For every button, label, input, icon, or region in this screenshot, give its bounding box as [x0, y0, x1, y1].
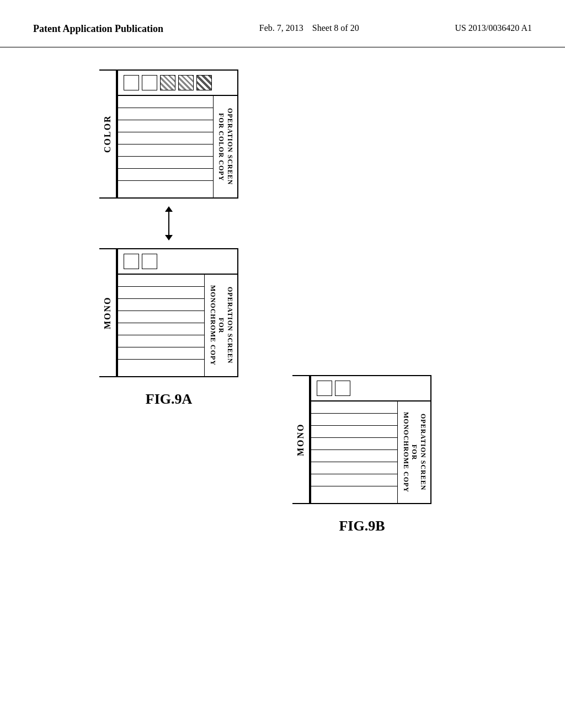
color-caption: OPERATION SCREENFOR COLOR COPY — [214, 96, 237, 197]
mono-left-screen: OPERATION SCREENFORMONOCHROME COPY — [117, 248, 238, 377]
mono-r-sq-1 — [317, 381, 332, 396]
row-4 — [118, 132, 213, 144]
mono-r-row-4 — [311, 438, 397, 450]
row-3 — [118, 120, 213, 132]
mono-left-caption: OPERATION SCREENFORMONOCHROME COPY — [205, 275, 237, 376]
row-2 — [118, 108, 213, 120]
mono-row-6 — [118, 335, 204, 347]
color-screen: OPERATION SCREENFOR COLOR COPY — [117, 69, 238, 199]
header-patent-number: US 2013/0036420 A1 — [455, 22, 532, 34]
mono-row-1 — [118, 275, 204, 287]
mono-sq-2 — [142, 254, 157, 269]
mono-row-5 — [118, 323, 204, 335]
mono-row-2 — [118, 287, 204, 299]
mono-r-row-2 — [311, 414, 397, 426]
mono-screen-left-diagram: MONO — [99, 248, 238, 377]
row-5 — [118, 144, 213, 157]
color-top-panel — [118, 71, 237, 96]
square-1 — [124, 75, 139, 90]
square-3-hatched — [160, 75, 175, 90]
mono-right-rows-area — [311, 402, 398, 503]
mono-right-screen-body: OPERATION SCREENFORMONOCHROME COPY — [311, 402, 430, 503]
fig9a-label: FIG.9A — [146, 391, 193, 408]
square-5-dark-hatched — [196, 75, 212, 90]
color-sidebar-label: COLOR — [99, 69, 117, 199]
color-rows-area — [118, 96, 214, 197]
mono-screen-right-diagram: MONO OPERATION SC — [292, 375, 431, 504]
mono-right-sidebar-label: MONO — [292, 375, 310, 504]
color-screen-diagram: COLOR — [99, 69, 238, 199]
mono-left-screen-body: OPERATION SCREENFORMONOCHROME COPY — [118, 275, 237, 376]
arrow-double — [168, 207, 169, 240]
header-date-sheet: Feb. 7, 2013 Sheet 8 of 20 — [259, 22, 359, 34]
mono-r-row-3 — [311, 426, 397, 438]
fig9a-wrapper: COLOR — [99, 69, 238, 408]
mono-row-8 — [118, 360, 204, 376]
main-content: COLOR — [0, 47, 565, 430]
mono-r-row-6 — [311, 462, 397, 474]
row-1 — [118, 96, 213, 108]
header: Patent Application Publication Feb. 7, 2… — [0, 0, 565, 47]
mono-left-sidebar-label: MONO — [99, 248, 117, 377]
mono-right-top-panel — [311, 376, 430, 402]
mono-left-top-panel — [118, 249, 237, 275]
square-4-hatched — [178, 75, 194, 90]
mono-r-row-1 — [311, 402, 397, 414]
header-publication-title: Patent Application Publication — [33, 22, 163, 36]
mono-row-3 — [118, 299, 204, 311]
mono-row-7 — [118, 347, 204, 360]
mono-r-row-5 — [311, 450, 397, 462]
header-date: Feb. 7, 2013 — [259, 23, 303, 33]
header-sheet: Sheet 8 of 20 — [312, 23, 359, 33]
mono-right-caption: OPERATION SCREENFORMONOCHROME COPY — [398, 402, 430, 503]
square-2 — [142, 75, 157, 90]
mono-r-row-7 — [311, 474, 397, 486]
mono-row-4 — [118, 311, 204, 323]
row-8 — [118, 181, 213, 197]
row-7 — [118, 169, 213, 181]
mono-left-rows-area — [118, 275, 205, 376]
mono-r-row-8 — [311, 486, 397, 503]
color-screen-body: OPERATION SCREENFOR COLOR COPY — [118, 96, 237, 197]
mono-right-screen: OPERATION SCREENFORMONOCHROME COPY — [310, 375, 431, 504]
fig9b-label: FIG.9B — [292, 518, 431, 534]
mono-sq-1 — [124, 254, 139, 269]
fig9b-wrapper: MONO OPERATION SC — [292, 375, 431, 534]
mono-r-sq-2 — [335, 381, 350, 396]
row-6 — [118, 157, 213, 169]
